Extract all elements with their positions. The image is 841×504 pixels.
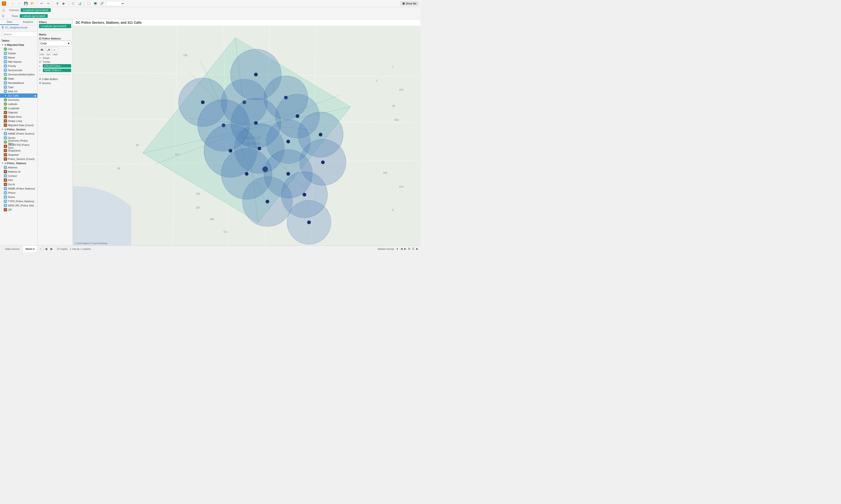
chart-button[interactable]: 📊 [77,1,82,6]
run-button[interactable]: ▶ [61,1,67,6]
field-details[interactable]: A Details [0,51,37,55]
back-button[interactable]: ← [10,1,15,6]
svg-point-64 [286,172,290,176]
field-zip[interactable]: # ZIP [0,208,37,212]
forward-button[interactable]: → [17,1,22,6]
group-migrated-data[interactable]: ▼ ⊞ Migrated Data [0,43,37,47]
field-room[interactable]: A Room [0,195,37,199]
rows-pill[interactable]: Latitude (generated) [20,14,48,18]
layer-sectors-label: Sectors [42,82,51,85]
name-field-pill[interactable]: NAME (Police S... [43,69,71,72]
field-311calls[interactable]: ● 311 Calls ◀ [0,93,37,98]
field-streetaddr[interactable]: A Streetaddress [0,81,37,85]
format-button[interactable]: ⬡ [70,1,76,6]
field-geometry[interactable]: ● Geometry [0,98,37,102]
map-container[interactable]: District of Columbia 190 1 1 410 50 410 … [73,26,420,246]
field-migrated-count[interactable]: # Migrated Data (Count) [0,123,37,127]
field-phone[interactable]: A Phone [0,191,37,195]
field-shape-leng[interactable]: # Shape Leng [0,119,37,123]
prev-sheet-btn[interactable]: ◀ [43,246,49,252]
collapse-icon-sectors: ▼ [1,128,3,130]
marks-size-btn[interactable]: Size [46,47,51,56]
marks-label-btn[interactable]: A Label [52,47,58,56]
rows-icon: ☰ [2,15,4,18]
tab-data[interactable]: Data [0,19,19,25]
rows-shelf: ☰ Rows Latitude (generated) [2,13,418,19]
view-list-btn[interactable]: ☰ [412,247,414,250]
field-shape-area[interactable]: # Shape Area [0,114,37,119]
present-btn[interactable]: ▶ [416,247,418,250]
field-objectid-sectors[interactable]: # OBJECTID (Police Sect... [0,144,37,148]
field-type-icon-nbh: A [4,60,7,64]
columns-pill[interactable]: Longitude (generated) [21,8,51,12]
view-grid-btn[interactable]: ⊞ [408,247,410,250]
nav-prev-btn[interactable]: ◀ [400,247,402,250]
field-svcdesc[interactable]: A Servicecodedescription [0,72,37,76]
field-contact[interactable]: A Contact [0,174,37,178]
field-fax[interactable]: # FAX [0,178,37,182]
layer-3mile-label: 3 Mile Buffers [42,78,58,80]
field-type-stations[interactable]: A TYPE (Police Stations) [0,199,37,203]
filter-pill-longitude[interactable]: Longitude (generated) [39,24,71,28]
field-label-svcdesc: Servicecodedescription [8,73,35,76]
layer-3mile[interactable]: ⊞ 3 Mile Buffers [39,77,71,81]
field-type[interactable]: A Type [0,85,37,89]
field-objectid[interactable]: # Objectid [0,110,37,114]
save-button[interactable]: 💾 [23,1,29,6]
svg-text:5: 5 [392,209,393,211]
row-info: 1 row by 1 column [70,248,91,250]
field-label-nsec: NAME (Police Sectors) [8,132,34,135]
field-state[interactable]: ● State [0,76,37,81]
svg-point-3 [47,50,48,51]
fit-button[interactable]: ⛶ [86,1,91,6]
tab-analytics[interactable]: Analytics [19,19,38,25]
open-button[interactable]: 📂 [30,1,35,6]
tab-sheet2[interactable]: Sheet 2 [22,246,38,252]
field-gis-id[interactable]: # Gis Id [0,182,37,186]
standard-dropdown[interactable] [106,1,125,6]
layer-sectors[interactable]: ⊞ Sectors [39,81,71,85]
group-police-sectors[interactable]: ▼ ⊞ Police_Sectors [0,127,37,131]
tab-datasource[interactable]: Data Source [2,246,22,252]
layers-section: ⊞ 3 Mile Buffers ⊞ Sectors [39,77,71,85]
field-name-sectors[interactable]: A NAME (Police Sectors) [0,131,37,136]
rows-label: Rows [6,15,18,17]
field-city[interactable]: ● City [0,47,37,51]
show-me-label: Show Me [406,2,416,5]
add-sheet-btn[interactable]: + [38,246,43,252]
device-button[interactable]: 💻 [93,1,98,6]
field-latitude[interactable]: ● Latitude [0,102,37,106]
field-label-shpleng: Shape Leng [8,120,22,122]
field-name[interactable]: A Name [0,55,37,60]
show-me-button[interactable]: ▦ Show Me [400,1,418,6]
field-weburl-stations[interactable]: A WEB URL (Police Stat... [0,203,37,208]
field-address-id[interactable]: # Address Id [0,169,37,174]
user-dropdown-arrow[interactable]: ▼ [396,248,399,250]
field-label-seccnt: Police_Sectors (Count) [8,158,35,160]
field-longitude[interactable]: ● Longitude [0,106,37,110]
field-shapelen-sectors[interactable]: # Shapelen [0,152,37,157]
field-nbh-names[interactable]: A Nbh Names [0,60,37,64]
tables-label: Tables [0,38,37,43]
share-button[interactable]: 🔗 [100,1,105,6]
abc-dot: A [39,69,42,72]
color-icon [39,47,44,53]
field-weburl[interactable]: A Web Url [0,89,37,93]
field-servicecode[interactable]: A Servicecode [0,68,37,72]
field-name-stations[interactable]: A NAME (Police Stations) [0,186,37,191]
search-input[interactable] [3,33,36,36]
field-address[interactable]: A Address [0,165,37,169]
pause-button[interactable]: ⏸ [55,1,60,6]
redo-button[interactable]: ↪ [46,1,51,6]
marks-type-dropdown[interactable]: Circle ▼ [39,41,71,46]
field-sectors-count[interactable]: # Police_Sectors (Count) [0,157,37,161]
collect-field-pill[interactable]: COLLECT(Geo... [43,64,71,68]
next-sheet-btn[interactable]: ▶ [49,246,54,252]
marks-label: Marks [39,33,71,36]
group-police-stations[interactable]: ▼ ⊞ Police_Stations [0,161,37,165]
field-priority[interactable]: A Priority [0,64,37,68]
datasource-name[interactable]: DC_Neighborhoods [5,26,28,29]
marks-color-btn[interactable]: Color [39,47,44,56]
nav-next-btn[interactable]: ▶ [404,247,406,250]
undo-button[interactable]: ↩ [39,1,44,6]
